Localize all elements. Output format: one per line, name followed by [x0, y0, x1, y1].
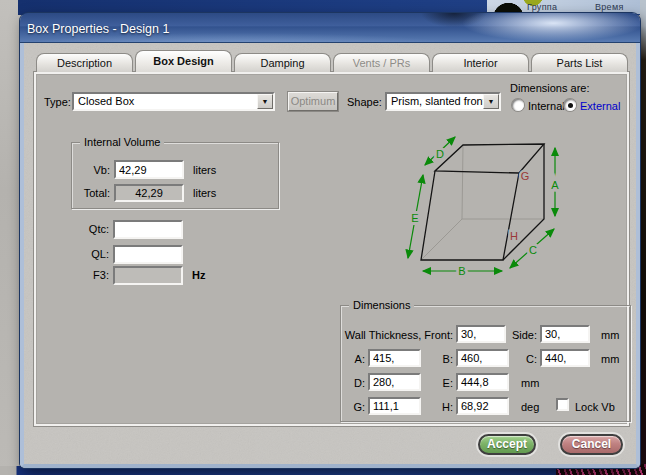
- shape-select[interactable]: Prism, slanted front ▼: [385, 92, 501, 111]
- dimensions-title: Dimensions: [349, 299, 414, 311]
- d-label: D:: [341, 377, 365, 389]
- wall-side-input[interactable]: [540, 325, 590, 343]
- dim-label-b: B: [458, 265, 465, 277]
- dimensions-are-label: Dimensions are:: [510, 82, 589, 94]
- g-input[interactable]: [368, 397, 421, 415]
- tab-parts-list[interactable]: Parts List: [531, 53, 628, 72]
- row2-unit: mm: [601, 353, 619, 365]
- tab-interior[interactable]: Interior: [432, 53, 529, 72]
- lock-vb-label[interactable]: Lock Vb: [575, 401, 615, 413]
- dim-label-c: C: [529, 244, 537, 256]
- total-label: Total:: [72, 187, 110, 199]
- desktop-left-texture: [0, 0, 20, 475]
- box-edges: [421, 144, 544, 260]
- tab-strip: Description Box Design Damping Vents / P…: [36, 50, 628, 72]
- angle-label-h: H: [510, 230, 518, 242]
- screen: Группа Время Box Properties - Design 1 D…: [0, 0, 646, 475]
- b-label: B:: [429, 353, 453, 365]
- c-input[interactable]: [540, 349, 590, 367]
- h-label: H:: [429, 401, 453, 413]
- window-title: Box Properties - Design 1: [27, 22, 169, 36]
- e-label: E:: [429, 377, 453, 389]
- dim-label-d: D: [436, 148, 444, 160]
- dropdown-arrow-icon[interactable]: ▼: [483, 94, 499, 109]
- desktop-column-group: Группа: [527, 2, 557, 12]
- box-properties-dialog: Box Properties - Design 1 Description Bo…: [20, 13, 640, 468]
- dialog-body: Description Box Design Damping Vents / P…: [20, 43, 640, 468]
- vb-unit: liters: [193, 164, 216, 176]
- box-shape-diagram: D A E B C G H: [392, 132, 592, 297]
- row1-unit: mm: [601, 329, 619, 341]
- row3-unit: mm: [521, 377, 539, 389]
- internal-radio-label[interactable]: Internal: [528, 100, 565, 112]
- hidden-edges: [421, 145, 544, 260]
- g-label: G:: [341, 401, 365, 413]
- ql-label: QL:: [64, 248, 109, 260]
- a-input[interactable]: [368, 349, 421, 367]
- row4-unit: deg: [521, 401, 539, 413]
- dim-label-a: A: [551, 179, 559, 191]
- tab-description[interactable]: Description: [36, 53, 133, 72]
- desktop-background-image: Группа Время: [487, 0, 640, 14]
- wall-thickness-front-label: Wall Thickness, Front:: [341, 329, 453, 341]
- b-input[interactable]: [456, 349, 509, 367]
- angle-label-g: G: [521, 170, 530, 182]
- desktop-right-strip: [640, 0, 646, 475]
- qtc-label: Qtc:: [64, 223, 109, 235]
- type-select-value: Closed Box: [74, 94, 257, 109]
- title-bar[interactable]: Box Properties - Design 1: [20, 13, 640, 43]
- vb-input[interactable]: [114, 160, 184, 179]
- f3-unit: Hz: [192, 269, 205, 281]
- accept-button[interactable]: Accept: [478, 434, 536, 455]
- lock-vb-checkbox[interactable]: [556, 398, 569, 411]
- tab-box-design[interactable]: Box Design: [135, 50, 232, 72]
- f3-input: [113, 266, 183, 285]
- internal-volume-title: Internal Volume: [80, 136, 164, 148]
- dimensions-group: Dimensions Wall Thickness, Front: Side: …: [340, 305, 631, 422]
- e-input[interactable]: [456, 373, 509, 391]
- c-label: C:: [513, 353, 537, 365]
- internal-volume-group: Internal Volume Vb: liters Total: liters: [71, 142, 279, 209]
- dropdown-arrow-icon[interactable]: ▼: [257, 94, 273, 109]
- internal-radio[interactable]: [512, 99, 524, 111]
- external-radio[interactable]: [564, 99, 576, 111]
- qtc-input[interactable]: [113, 220, 183, 239]
- desktop-column-time: Время: [595, 2, 624, 12]
- external-radio-label[interactable]: External: [580, 100, 620, 112]
- f3-label: F3:: [64, 269, 109, 281]
- type-label: Type:: [44, 96, 71, 108]
- a-label: A:: [341, 353, 365, 365]
- optimum-button: Optimum: [288, 92, 338, 111]
- shape-label: Shape:: [347, 96, 382, 108]
- h-input[interactable]: [456, 397, 509, 415]
- tab-damping[interactable]: Damping: [234, 53, 331, 72]
- total-unit: liters: [193, 187, 216, 199]
- d-input[interactable]: [368, 373, 421, 391]
- wall-front-input[interactable]: [456, 325, 506, 343]
- box-design-panel: Type: Closed Box ▼ Optimum Shape: Prism,…: [34, 72, 629, 426]
- wall-side-label: Side:: [505, 329, 537, 341]
- vb-label: Vb:: [72, 164, 110, 176]
- tab-vents-prs: Vents / PRs: [333, 53, 430, 72]
- total-input: [114, 184, 184, 202]
- type-select[interactable]: Closed Box ▼: [72, 92, 275, 111]
- shape-select-value: Prism, slanted front: [387, 94, 483, 109]
- ql-input[interactable]: [113, 245, 183, 264]
- cancel-button[interactable]: Cancel: [560, 434, 623, 455]
- dim-label-e: E: [411, 212, 418, 224]
